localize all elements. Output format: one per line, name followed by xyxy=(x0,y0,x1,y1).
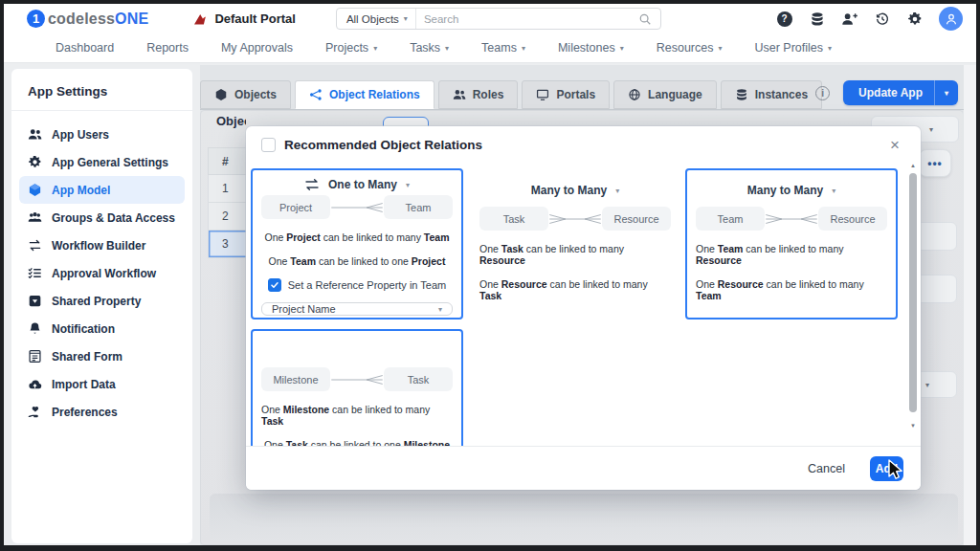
database-icon xyxy=(810,11,825,27)
relation-card-milestone-task[interactable]: Milestone Task One Milestone can be link… xyxy=(251,329,463,446)
modal-header: Recommended Object Relations × xyxy=(246,126,921,163)
nav-label: Projects xyxy=(325,41,368,55)
select-all-checkbox[interactable] xyxy=(261,138,276,152)
select-value: Project Name xyxy=(272,303,336,315)
reference-property-select[interactable]: Project Name ▾ xyxy=(261,302,453,316)
tab-label: Object Relations xyxy=(329,88,420,101)
sidebar-item-label: App General Settings xyxy=(52,156,168,169)
entity-box: Task xyxy=(384,367,453,391)
global-search: All Objects ▾ xyxy=(336,8,661,30)
relation-sentence: One Resource can be linked to many Team xyxy=(696,278,887,301)
search-scope-label: All Objects xyxy=(346,13,399,25)
history-icon xyxy=(875,11,890,27)
sidebar-item-notification[interactable]: Notification xyxy=(19,315,185,342)
sidebar-item-app-users[interactable]: App Users xyxy=(19,121,185,148)
nav-tasks[interactable]: Tasks▾ xyxy=(410,41,449,55)
portal-name: Default Portal xyxy=(214,11,296,26)
sidebar-item-groups-data-access[interactable]: Groups & Data Access xyxy=(19,204,185,231)
entity-box: Resource xyxy=(818,207,887,231)
brand-logo[interactable]: 1 codelessONE xyxy=(27,10,148,28)
help-button[interactable]: ? xyxy=(776,11,792,27)
chevron-down-icon: ▾ xyxy=(832,187,835,195)
portal-switcher[interactable]: Default Portal xyxy=(192,11,296,27)
chevron-down-icon: ▾ xyxy=(718,44,722,53)
sidebar-item-shared-property[interactable]: Shared Property xyxy=(19,287,185,315)
nav-projects[interactable]: Projects▾ xyxy=(325,41,377,55)
relation-sentence: One Task can be linked to many Resource xyxy=(479,243,671,266)
app-window: 1 codelessONE Default Portal All Objects… xyxy=(0,0,980,551)
chevron-down-icon: ▾ xyxy=(404,14,408,23)
relation-type-dropdown[interactable]: One to Many xyxy=(328,178,397,191)
users-icon xyxy=(28,127,42,142)
tab-object-relations[interactable]: Object Relations xyxy=(295,80,434,109)
swap-arrows-icon xyxy=(304,178,320,191)
app-settings-sidebar: App Settings App Users App General Setti… xyxy=(11,69,192,543)
sidebar-item-shared-form[interactable]: Shared Form xyxy=(19,342,185,370)
checkbox-label: Set a Reference Property in Team xyxy=(288,279,447,291)
user-avatar[interactable] xyxy=(939,7,963,31)
sidebar-item-preferences[interactable]: Preferences xyxy=(19,398,185,426)
relation-type-dropdown[interactable]: Many to Many xyxy=(531,184,607,197)
scrollbar-thumb[interactable] xyxy=(909,173,917,412)
close-icon[interactable]: × xyxy=(890,137,900,153)
modal-title: Recommended Object Relations xyxy=(284,138,482,152)
relation-type-dropdown[interactable]: Many to Many xyxy=(747,184,823,197)
settings-button[interactable] xyxy=(906,11,923,27)
sidebar-item-import-data[interactable]: Import Data xyxy=(19,370,185,398)
nav-milestones[interactable]: Milestones▾ xyxy=(558,41,624,55)
modal-scrollbar[interactable]: ▲ ▼ xyxy=(908,165,919,442)
sidebar-item-label: App Users xyxy=(52,128,109,142)
entity-box: Milestone xyxy=(261,367,330,391)
add-button[interactable]: Add xyxy=(870,456,903,481)
sidebar-item-label: Workflow Builder xyxy=(52,239,145,253)
group-icon xyxy=(28,210,42,225)
portal-logo-icon xyxy=(192,11,208,27)
nav-resources[interactable]: Resources▾ xyxy=(657,41,723,55)
sidebar-item-approval-workflow[interactable]: Approval Workflow xyxy=(19,259,185,287)
sidebar-item-label: Notification xyxy=(52,322,115,336)
help-icon: ? xyxy=(777,11,792,27)
one-to-many-connector-icon xyxy=(330,371,384,388)
hand-heart-icon xyxy=(28,405,42,419)
relation-sentence: One Project can be linked to many Team xyxy=(264,231,449,243)
cancel-button[interactable]: Cancel xyxy=(808,462,845,475)
history-button[interactable] xyxy=(874,11,890,27)
invite-user-button[interactable] xyxy=(841,11,858,27)
many-to-many-connector-icon xyxy=(548,210,602,228)
dropdown-square-icon xyxy=(28,294,42,308)
nav-label: Teams xyxy=(481,41,517,55)
relation-card-project-team[interactable]: One to Many ▾ Project Team One Project c… xyxy=(251,168,463,320)
relation-sentence: One Team can be linked to many Resource xyxy=(696,243,887,266)
data-button[interactable] xyxy=(809,11,825,27)
search-input[interactable] xyxy=(416,13,638,25)
nav-user-profiles[interactable]: User Profiles▾ xyxy=(754,41,832,55)
search-scope-dropdown[interactable]: All Objects ▾ xyxy=(337,9,416,29)
relation-card-task-resource[interactable]: Many to Many ▾ Task Resource One Task ca… xyxy=(469,168,681,320)
one-to-many-connector-icon xyxy=(330,199,384,216)
relation-sentence: One Milestone can be linked to many Task xyxy=(261,404,453,427)
nav-teams[interactable]: Teams▾ xyxy=(481,41,525,55)
chevron-down-icon: ▾ xyxy=(620,44,624,53)
sidebar-item-label: Preferences xyxy=(52,406,118,419)
nav-label: User Profiles xyxy=(754,41,823,55)
header-actions: ? xyxy=(776,7,963,31)
nav-label: Milestones xyxy=(558,41,615,55)
reference-property-checkbox[interactable] xyxy=(268,278,281,292)
scroll-up-icon[interactable]: ▲ xyxy=(910,163,916,168)
recommended-relations-modal: Recommended Object Relations × One to Ma… xyxy=(246,126,921,490)
nav-label: Tasks xyxy=(410,41,440,55)
many-to-many-connector-icon xyxy=(765,210,818,228)
bell-icon xyxy=(28,321,42,336)
chevron-down-icon: ▾ xyxy=(522,44,525,53)
modal-body: One to Many ▾ Project Team One Project c… xyxy=(246,163,921,446)
sidebar-item-label: App Model xyxy=(52,184,110,197)
nav-dashboard[interactable]: Dashboard xyxy=(56,41,114,55)
sidebar-item-app-model[interactable]: App Model xyxy=(19,176,185,204)
relation-card-team-resource[interactable]: Many to Many ▾ Team Resource One Team ca… xyxy=(685,168,898,320)
nav-reports[interactable]: Reports xyxy=(146,41,189,55)
chevron-down-icon: ▾ xyxy=(828,44,832,53)
sidebar-item-workflow-builder[interactable]: Workflow Builder xyxy=(19,231,185,259)
scroll-down-icon[interactable]: ▼ xyxy=(910,423,916,429)
sidebar-item-app-general-settings[interactable]: App General Settings xyxy=(19,148,185,176)
nav-my-approvals[interactable]: My Approvals xyxy=(221,41,293,55)
